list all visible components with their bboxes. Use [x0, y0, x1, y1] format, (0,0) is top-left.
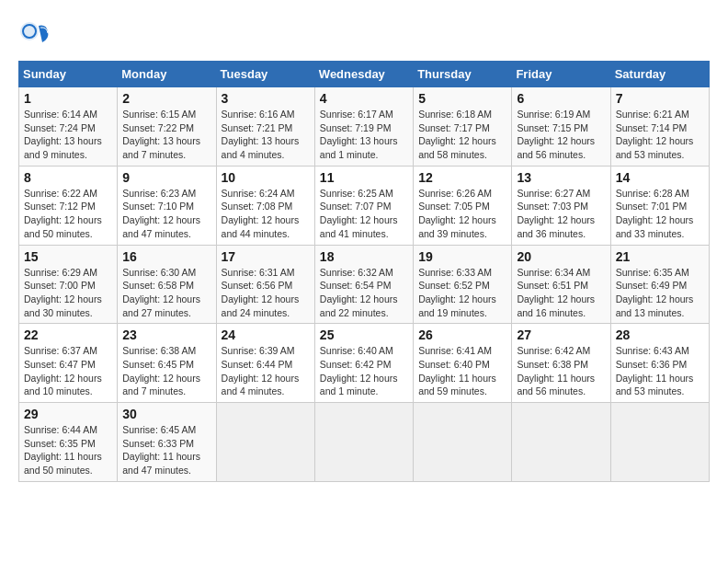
day-detail: Sunrise: 6:30 AMSunset: 6:58 PMDaylight:… — [122, 267, 200, 318]
calendar-cell: 27 Sunrise: 6:42 AMSunset: 6:38 PMDaylig… — [512, 324, 610, 403]
calendar-cell: 28 Sunrise: 6:43 AMSunset: 6:36 PMDaylig… — [610, 324, 709, 403]
day-detail: Sunrise: 6:31 AMSunset: 6:56 PMDaylight:… — [222, 267, 300, 318]
day-number: 8 — [24, 170, 112, 185]
day-number: 3 — [222, 91, 310, 106]
logo-icon — [18, 18, 51, 52]
day-number: 30 — [122, 407, 210, 421]
calendar-week-4: 22 Sunrise: 6:37 AMSunset: 6:47 PMDaylig… — [19, 324, 710, 403]
day-number: 18 — [320, 249, 408, 264]
calendar-cell: 26 Sunrise: 6:41 AMSunset: 6:40 PMDaylig… — [414, 324, 512, 403]
calendar-cell: 4 Sunrise: 6:17 AMSunset: 7:19 PMDayligh… — [314, 87, 413, 167]
day-number: 24 — [222, 327, 310, 342]
day-number: 9 — [122, 170, 210, 185]
day-detail: Sunrise: 6:40 AMSunset: 6:42 PMDaylight:… — [320, 345, 398, 396]
day-number: 19 — [418, 249, 506, 264]
day-number: 15 — [24, 249, 112, 264]
day-number: 7 — [616, 91, 704, 106]
calendar-cell: 13 Sunrise: 6:27 AMSunset: 7:03 PMDaylig… — [512, 166, 610, 245]
header-thursday: Thursday — [414, 62, 512, 87]
calendar-cell: 25 Sunrise: 6:40 AMSunset: 6:42 PMDaylig… — [314, 324, 413, 403]
calendar-cell — [216, 403, 314, 482]
day-detail: Sunrise: 6:24 AMSunset: 7:08 PMDaylight:… — [222, 188, 300, 239]
day-detail: Sunrise: 6:38 AMSunset: 6:45 PMDaylight:… — [122, 345, 200, 396]
day-detail: Sunrise: 6:35 AMSunset: 6:49 PMDaylight:… — [616, 267, 694, 318]
calendar-cell: 18 Sunrise: 6:32 AMSunset: 6:54 PMDaylig… — [314, 245, 413, 324]
calendar-cell: 16 Sunrise: 6:30 AMSunset: 6:58 PMDaylig… — [118, 245, 216, 324]
calendar-cell — [314, 403, 413, 482]
header-sunday: Sunday — [19, 62, 118, 87]
day-detail: Sunrise: 6:25 AMSunset: 7:07 PMDaylight:… — [320, 188, 398, 239]
calendar-cell: 2 Sunrise: 6:15 AMSunset: 7:22 PMDayligh… — [118, 87, 216, 167]
page-header — [18, 18, 710, 52]
day-detail: Sunrise: 6:34 AMSunset: 6:51 PMDaylight:… — [517, 267, 595, 318]
calendar-cell: 17 Sunrise: 6:31 AMSunset: 6:56 PMDaylig… — [216, 245, 314, 324]
day-number: 10 — [222, 170, 310, 185]
day-number: 5 — [418, 91, 506, 106]
day-number: 11 — [320, 170, 408, 185]
day-detail: Sunrise: 6:41 AMSunset: 6:40 PMDaylight:… — [418, 345, 496, 396]
day-number: 25 — [320, 327, 408, 342]
calendar-cell: 22 Sunrise: 6:37 AMSunset: 6:47 PMDaylig… — [19, 324, 118, 403]
calendar-cell: 14 Sunrise: 6:28 AMSunset: 7:01 PMDaylig… — [610, 166, 709, 245]
header-monday: Monday — [118, 62, 216, 87]
calendar-cell: 12 Sunrise: 6:26 AMSunset: 7:05 PMDaylig… — [414, 166, 512, 245]
header-friday: Friday — [512, 62, 610, 87]
day-detail: Sunrise: 6:29 AMSunset: 7:00 PMDaylight:… — [24, 267, 102, 318]
day-number: 6 — [517, 91, 605, 106]
calendar-week-1: 1 Sunrise: 6:14 AMSunset: 7:24 PMDayligh… — [19, 87, 710, 167]
calendar-header-row: SundayMondayTuesdayWednesdayThursdayFrid… — [19, 62, 710, 87]
day-number: 22 — [24, 327, 112, 342]
day-detail: Sunrise: 6:22 AMSunset: 7:12 PMDaylight:… — [24, 188, 102, 239]
calendar-cell: 23 Sunrise: 6:38 AMSunset: 6:45 PMDaylig… — [118, 324, 216, 403]
day-detail: Sunrise: 6:26 AMSunset: 7:05 PMDaylight:… — [418, 188, 496, 239]
day-detail: Sunrise: 6:15 AMSunset: 7:22 PMDaylight:… — [122, 109, 200, 160]
day-number: 2 — [122, 91, 210, 106]
calendar-cell: 10 Sunrise: 6:24 AMSunset: 7:08 PMDaylig… — [216, 166, 314, 245]
day-number: 12 — [418, 170, 506, 185]
calendar-cell: 11 Sunrise: 6:25 AMSunset: 7:07 PMDaylig… — [314, 166, 413, 245]
calendar-cell: 30 Sunrise: 6:45 AMSunset: 6:33 PMDaylig… — [118, 403, 216, 482]
day-number: 1 — [24, 91, 112, 106]
day-number: 28 — [616, 327, 704, 342]
calendar-cell: 21 Sunrise: 6:35 AMSunset: 6:49 PMDaylig… — [610, 245, 709, 324]
calendar-cell — [610, 403, 709, 482]
calendar-cell — [414, 403, 512, 482]
calendar-week-5: 29 Sunrise: 6:44 AMSunset: 6:35 PMDaylig… — [19, 403, 710, 482]
day-detail: Sunrise: 6:44 AMSunset: 6:35 PMDaylight:… — [24, 424, 102, 476]
day-number: 26 — [418, 327, 506, 342]
calendar-cell: 3 Sunrise: 6:16 AMSunset: 7:21 PMDayligh… — [216, 87, 314, 167]
day-number: 23 — [122, 327, 210, 342]
calendar-week-3: 15 Sunrise: 6:29 AMSunset: 7:00 PMDaylig… — [19, 245, 710, 324]
day-detail: Sunrise: 6:19 AMSunset: 7:15 PMDaylight:… — [517, 109, 595, 160]
calendar-cell: 15 Sunrise: 6:29 AMSunset: 7:00 PMDaylig… — [19, 245, 118, 324]
calendar-week-2: 8 Sunrise: 6:22 AMSunset: 7:12 PMDayligh… — [19, 166, 710, 245]
day-number: 4 — [320, 91, 408, 106]
day-detail: Sunrise: 6:43 AMSunset: 6:36 PMDaylight:… — [616, 345, 694, 396]
calendar-cell — [512, 403, 610, 482]
calendar-cell: 5 Sunrise: 6:18 AMSunset: 7:17 PMDayligh… — [414, 87, 512, 167]
day-detail: Sunrise: 6:42 AMSunset: 6:38 PMDaylight:… — [517, 345, 595, 396]
day-detail: Sunrise: 6:14 AMSunset: 7:24 PMDaylight:… — [24, 109, 102, 160]
header-tuesday: Tuesday — [216, 62, 314, 87]
day-number: 14 — [616, 170, 704, 185]
day-number: 29 — [24, 407, 112, 421]
calendar-table: SundayMondayTuesdayWednesdayThursdayFrid… — [18, 61, 710, 482]
calendar-cell: 8 Sunrise: 6:22 AMSunset: 7:12 PMDayligh… — [19, 166, 118, 245]
day-detail: Sunrise: 6:16 AMSunset: 7:21 PMDaylight:… — [222, 109, 300, 160]
day-detail: Sunrise: 6:33 AMSunset: 6:52 PMDaylight:… — [418, 267, 496, 318]
day-number: 20 — [517, 249, 605, 264]
day-detail: Sunrise: 6:39 AMSunset: 6:44 PMDaylight:… — [222, 345, 300, 396]
logo — [18, 18, 55, 52]
day-detail: Sunrise: 6:37 AMSunset: 6:47 PMDaylight:… — [24, 345, 102, 396]
calendar-cell: 20 Sunrise: 6:34 AMSunset: 6:51 PMDaylig… — [512, 245, 610, 324]
day-detail: Sunrise: 6:21 AMSunset: 7:14 PMDaylight:… — [616, 109, 694, 160]
day-number: 17 — [222, 249, 310, 264]
calendar-cell: 19 Sunrise: 6:33 AMSunset: 6:52 PMDaylig… — [414, 245, 512, 324]
day-detail: Sunrise: 6:27 AMSunset: 7:03 PMDaylight:… — [517, 188, 595, 239]
calendar-cell: 6 Sunrise: 6:19 AMSunset: 7:15 PMDayligh… — [512, 87, 610, 167]
day-number: 13 — [517, 170, 605, 185]
day-number: 21 — [616, 249, 704, 264]
day-detail: Sunrise: 6:32 AMSunset: 6:54 PMDaylight:… — [320, 267, 398, 318]
day-number: 27 — [517, 327, 605, 342]
day-detail: Sunrise: 6:17 AMSunset: 7:19 PMDaylight:… — [320, 109, 398, 160]
